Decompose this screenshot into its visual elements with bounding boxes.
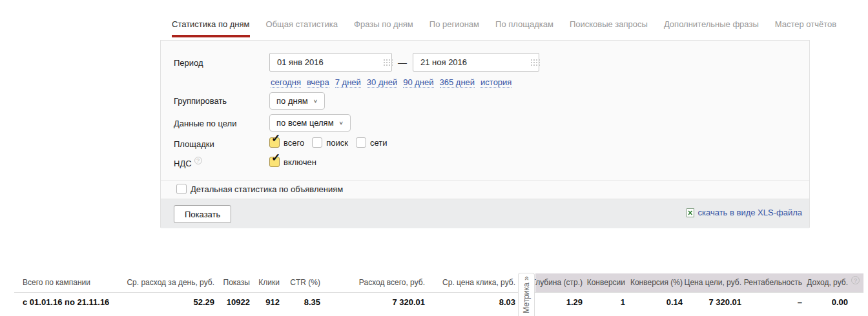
- goal-data-select[interactable]: по всем целям ∨: [269, 114, 351, 132]
- platforms-option-networks-label: сети: [370, 138, 388, 148]
- checkbox-unchecked-icon[interactable]: ✓: [312, 137, 322, 148]
- calendar-icon[interactable]: [384, 59, 385, 61]
- platforms-option-total[interactable]: ✓ всего: [269, 137, 304, 148]
- row-conversion-rate: 0.14: [666, 297, 683, 307]
- goal-data-label: Данные по цели: [174, 119, 236, 128]
- excel-icon: [686, 208, 695, 217]
- row-goal-cost: 7 320.01: [708, 297, 741, 307]
- calendar-icon[interactable]: [531, 59, 532, 61]
- date-from-input[interactable]: 01 янв 2016: [269, 53, 392, 72]
- period-controls: 01 янв 2016 — 21 ноя 2016: [269, 53, 539, 72]
- group-by-label: Группировать: [174, 96, 227, 106]
- row-profitability: –: [798, 297, 802, 307]
- col-header-depth: Глубина (стр.): [532, 278, 583, 287]
- row-clicks: 912: [265, 297, 280, 307]
- row-ctr: 8.35: [304, 297, 320, 307]
- filter-panel: Период 01 янв 2016 — 21 ноя 2016 сегодня…: [160, 40, 810, 228]
- col-header-impressions: Показы: [223, 278, 250, 287]
- vat-label: НДС?: [174, 159, 202, 168]
- quick-link-7-days[interactable]: 7 дней: [335, 77, 361, 88]
- row-conversions: 1: [621, 297, 625, 307]
- quick-link-30-days[interactable]: 30 дней: [367, 77, 397, 88]
- period-quick-links: сегодня вчера 7 дней 30 дней 90 дней 365…: [271, 77, 512, 88]
- period-label: Период: [174, 58, 203, 68]
- platforms-label: Площадки: [174, 139, 214, 149]
- platforms-options: ✓ всего ✓ поиск ✓ сети: [269, 137, 387, 148]
- chevron-down-icon: ∨: [339, 120, 344, 125]
- download-xls-label: скачать в виде XLS-файла: [698, 208, 803, 217]
- checkbox-unchecked-icon[interactable]: ✓: [356, 137, 366, 148]
- tab-general-stats[interactable]: Общая статистика: [266, 19, 338, 37]
- col-header-conversion-rate: Конверсия (%): [630, 278, 683, 287]
- download-xls-link[interactable]: скачать в виде XLS-файла: [686, 208, 803, 217]
- checkbox-unchecked-icon[interactable]: ✓: [176, 184, 187, 194]
- vat-option: ✓ включен: [269, 157, 316, 167]
- date-range-dash: —: [398, 57, 407, 68]
- revenue-help-icon[interactable]: ?: [851, 276, 860, 284]
- col-header-total-spend: Расход всего, руб.: [359, 278, 425, 287]
- date-from-value: 01 янв 2016: [277, 57, 324, 67]
- tab-stats-by-day[interactable]: Статистика по дням: [172, 19, 250, 37]
- tab-by-regions[interactable]: По регионам: [429, 19, 479, 37]
- date-to-value: 21 ноя 2016: [420, 57, 467, 67]
- row-impressions: 10922: [227, 297, 250, 307]
- vat-help-icon[interactable]: ?: [194, 157, 202, 164]
- row-period-range: с 01.01.16 по 21.11.16: [23, 297, 109, 307]
- platforms-option-search-label: поиск: [326, 138, 348, 148]
- col-header-ctr: CTR (%): [290, 278, 320, 287]
- platforms-option-search[interactable]: ✓ поиск: [312, 137, 348, 148]
- platforms-option-networks[interactable]: ✓ сети: [356, 137, 388, 148]
- date-to-input[interactable]: 21 ноя 2016: [413, 53, 539, 72]
- col-header-avg-daily-spend: Ср. расход за день, руб.: [127, 278, 214, 287]
- tab-report-wizard[interactable]: Мастер отчётов: [775, 19, 836, 37]
- col-header-profitability: Рентабельность: [744, 278, 802, 287]
- quick-link-yesterday[interactable]: вчера: [307, 77, 329, 88]
- quick-link-90-days[interactable]: 90 дней: [403, 77, 433, 88]
- detailed-stats-option[interactable]: ✓ Детальная статистика по объявлениям: [176, 184, 343, 194]
- table-header-divider: [14, 292, 863, 293]
- row-revenue: 0.00: [832, 297, 848, 307]
- report-tabs: Статистика по дням Общая статистика Фраз…: [172, 19, 852, 37]
- row-depth: 1.29: [566, 297, 583, 307]
- metrika-expander-tab[interactable]: Метрика »: [518, 273, 535, 316]
- chevron-down-icon: ∨: [313, 98, 318, 103]
- row-avg-cpc: 8.03: [499, 297, 515, 307]
- tab-phrases-by-day[interactable]: Фразы по дням: [354, 19, 413, 37]
- tab-additional-phrases[interactable]: Дополнительные фразы: [664, 19, 759, 37]
- col-header-goal-cost: Цена цели, руб.: [685, 278, 741, 287]
- checkbox-checked-icon[interactable]: ✓: [269, 137, 280, 148]
- row-avg-daily-spend: 52.29: [193, 297, 214, 307]
- checkbox-checked-icon[interactable]: ✓: [269, 157, 280, 167]
- goal-data-value: по всем целям: [276, 118, 334, 128]
- col-header-revenue: Доход, руб.: [807, 278, 848, 287]
- show-button[interactable]: Показать: [174, 205, 231, 223]
- platforms-option-total-label: всего: [284, 138, 304, 148]
- group-by-value: по дням: [276, 96, 308, 106]
- quick-link-365-days[interactable]: 365 дней: [440, 77, 475, 88]
- tab-by-placements[interactable]: По площадкам: [495, 19, 553, 37]
- row-total-spend: 7 320.01: [392, 297, 425, 307]
- quick-link-today[interactable]: сегодня: [271, 77, 301, 88]
- tab-search-queries[interactable]: Поисковые запросы: [570, 19, 648, 37]
- col-header-conversions: Конверсии: [587, 278, 625, 287]
- col-header-clicks: Клики: [258, 278, 280, 287]
- vat-included-label: включен: [284, 157, 316, 167]
- detailed-stats-label: Детальная статистика по объявлениям: [191, 184, 343, 194]
- metrika-expander-label: Метрика »: [522, 276, 531, 313]
- panel-footer: Показать скачать в виде XLS-файла: [161, 199, 809, 228]
- group-by-select[interactable]: по дням ∨: [269, 92, 325, 110]
- panel-divider: [161, 180, 809, 181]
- col-header-avg-cpc: Ср. цена клика, руб.: [442, 278, 515, 287]
- vat-included-option[interactable]: ✓ включен: [269, 157, 316, 167]
- quick-link-history[interactable]: история: [480, 77, 512, 88]
- col-header-campaign-total: Всего по кампании: [23, 278, 90, 287]
